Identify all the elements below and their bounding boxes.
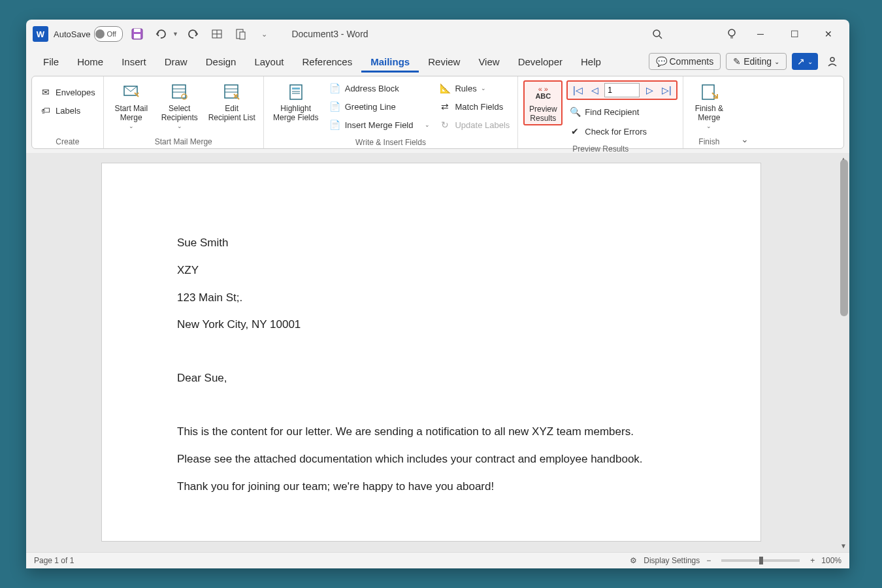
group-label: Create bbox=[32, 136, 103, 148]
editing-button[interactable]: ✎Editing⌄ bbox=[726, 53, 787, 70]
zoom-level[interactable]: 100% bbox=[821, 556, 841, 565]
recipients-icon bbox=[169, 82, 190, 103]
prev-record-button[interactable]: ◁ bbox=[587, 83, 602, 97]
address-block-button[interactable]: 📄Address Block bbox=[327, 80, 433, 96]
greeting-label: Greeting Line bbox=[345, 102, 396, 112]
match-label: Match Fields bbox=[455, 102, 503, 112]
tab-developer[interactable]: Developer bbox=[509, 51, 572, 73]
lightbulb-icon[interactable] bbox=[723, 25, 741, 43]
qat-more-icon[interactable]: ⌄ bbox=[255, 25, 273, 43]
next-record-button[interactable]: ▷ bbox=[642, 83, 657, 97]
tab-home[interactable]: Home bbox=[68, 51, 112, 73]
preview-label: Preview Results bbox=[529, 105, 557, 123]
svg-rect-22 bbox=[290, 85, 302, 99]
match-fields-button[interactable]: ⇄Match Fields bbox=[436, 99, 512, 114]
greeting-line-button[interactable]: 📄Greeting Line bbox=[327, 99, 433, 114]
doc-line: Sue Smith bbox=[177, 235, 695, 251]
scroll-down-icon[interactable]: ▼ bbox=[840, 542, 847, 549]
start-mail-merge-button[interactable]: Start Mail Merge⌄ bbox=[109, 80, 154, 129]
chevron-down-icon: ⌄ bbox=[808, 58, 813, 65]
tab-help[interactable]: Help bbox=[572, 51, 610, 73]
search-icon[interactable] bbox=[648, 25, 666, 43]
labels-button[interactable]: 🏷Labels bbox=[37, 103, 98, 118]
zoom-in-button[interactable]: + bbox=[810, 556, 815, 565]
edit-recipient-list-button[interactable]: Edit Recipient List bbox=[206, 80, 258, 123]
save-icon[interactable] bbox=[128, 25, 146, 43]
svg-rect-2 bbox=[134, 34, 140, 39]
doc-line: XZY bbox=[177, 263, 695, 278]
tab-design[interactable]: Design bbox=[197, 51, 246, 73]
svg-rect-26 bbox=[702, 85, 714, 99]
toggle-switch[interactable]: Off bbox=[94, 26, 123, 42]
highlight-fields-button[interactable]: Highlight Merge Fields bbox=[269, 80, 323, 123]
tab-insert[interactable]: Insert bbox=[112, 51, 155, 73]
select-recip-label: Select Recipients bbox=[161, 104, 198, 123]
match-icon: ⇄ bbox=[439, 101, 451, 112]
doc-icon: 📄 bbox=[329, 82, 341, 94]
tab-file[interactable]: File bbox=[34, 51, 68, 73]
address-label: Address Block bbox=[345, 84, 399, 93]
zoom-thumb[interactable] bbox=[759, 557, 763, 564]
chevron-down-icon: ⌄ bbox=[481, 85, 486, 91]
doc-body: Thank you for joining our team; we're ha… bbox=[177, 479, 695, 495]
check-errors-button[interactable]: ✔Check for Errors bbox=[566, 123, 678, 139]
document-page[interactable]: Sue Smith XZY 123 Main St;. New York Cit… bbox=[101, 163, 761, 542]
svg-line-9 bbox=[659, 36, 662, 39]
doc-line: New York City, NY 10001 bbox=[177, 317, 695, 333]
first-record-button[interactable]: |◁ bbox=[570, 83, 585, 97]
abc-icon: « »ABC bbox=[532, 82, 553, 103]
autosave-toggle[interactable]: AutoSave Off bbox=[54, 26, 123, 42]
doc-body: Please see the attached documentation wh… bbox=[177, 451, 695, 467]
paste-icon[interactable] bbox=[231, 25, 250, 43]
maximize-button[interactable]: ☐ bbox=[780, 25, 809, 43]
chevron-down-icon: ⌄ bbox=[774, 58, 779, 65]
preview-results-button[interactable]: « »ABCPreview Results bbox=[523, 80, 563, 125]
collapse-ribbon-button[interactable]: ⌄ bbox=[734, 76, 755, 148]
page-indicator[interactable]: Page 1 of 1 bbox=[34, 556, 74, 565]
find-icon: 🔍 bbox=[569, 106, 581, 118]
tab-references[interactable]: References bbox=[293, 51, 361, 73]
minimize-button[interactable]: ─ bbox=[746, 25, 775, 43]
zoom-slider[interactable] bbox=[721, 559, 800, 562]
undo-icon[interactable] bbox=[152, 25, 170, 43]
tab-layout[interactable]: Layout bbox=[245, 51, 293, 73]
close-button[interactable]: ✕ bbox=[814, 25, 843, 43]
account-icon[interactable] bbox=[823, 52, 841, 71]
envelopes-button[interactable]: ✉Envelopes bbox=[37, 84, 98, 100]
insert-merge-field-button[interactable]: 📄Insert Merge Field⌄ bbox=[327, 117, 433, 133]
undo-dropdown-icon[interactable]: ▼ bbox=[171, 25, 179, 43]
group-finish: Finish & Merge⌄ Finish bbox=[683, 76, 734, 148]
tab-draw[interactable]: Draw bbox=[155, 51, 197, 73]
select-recipients-button[interactable]: Select Recipients⌄ bbox=[157, 80, 202, 129]
finish-merge-button[interactable]: Finish & Merge⌄ bbox=[689, 80, 729, 129]
rules-label: Rules bbox=[455, 84, 476, 93]
display-settings-button[interactable]: Display Settings bbox=[644, 556, 700, 565]
update-icon: ↻ bbox=[439, 119, 451, 131]
find-recipient-button[interactable]: 🔍Find Recipient bbox=[566, 104, 678, 120]
find-label: Find Recipient bbox=[585, 107, 639, 117]
statusbar: Page 1 of 1 ⚙ Display Settings − + 100% bbox=[26, 552, 849, 568]
table-icon[interactable] bbox=[208, 25, 226, 43]
last-record-button[interactable]: ▷| bbox=[659, 83, 674, 97]
tab-review[interactable]: Review bbox=[419, 51, 469, 73]
tab-view[interactable]: View bbox=[469, 51, 508, 73]
vertical-scrollbar[interactable] bbox=[840, 159, 848, 316]
labels-label: Labels bbox=[56, 106, 80, 116]
record-number-input[interactable] bbox=[604, 83, 640, 97]
share-button[interactable]: ↗⌄ bbox=[792, 53, 818, 70]
share-icon: ↗ bbox=[797, 56, 805, 67]
tab-mailings[interactable]: Mailings bbox=[361, 51, 419, 73]
autosave-label: AutoSave bbox=[54, 29, 90, 39]
titlebar: W AutoSave Off ▼ ⌄ Document3 - Word ─ ☐ … bbox=[26, 20, 849, 48]
envelopes-label: Envelopes bbox=[56, 88, 95, 97]
word-app-icon: W bbox=[33, 26, 48, 42]
svg-rect-23 bbox=[292, 88, 300, 90]
ribbon-tabs: File Home Insert Draw Design Layout Refe… bbox=[26, 48, 849, 74]
update-label: Update Labels bbox=[455, 120, 510, 130]
edit-list-label: Edit Recipient List bbox=[208, 104, 255, 123]
editing-label: Editing bbox=[743, 56, 772, 67]
zoom-out-button[interactable]: − bbox=[706, 556, 711, 565]
redo-icon[interactable] bbox=[184, 25, 203, 43]
rules-button[interactable]: 📐Rules⌄ bbox=[436, 80, 512, 96]
comments-button[interactable]: 💬Comments bbox=[649, 53, 721, 70]
